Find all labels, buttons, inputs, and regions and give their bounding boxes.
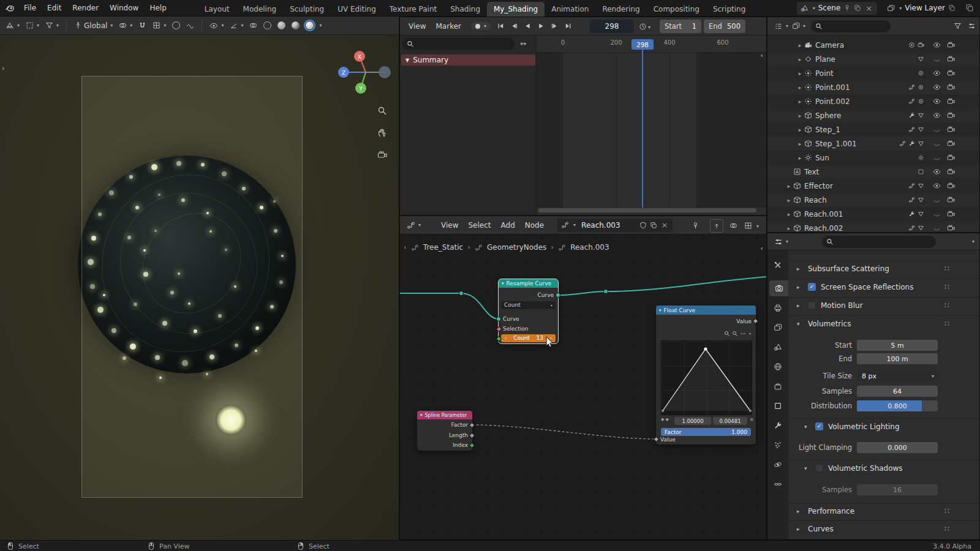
collapse-arrow-icon[interactable]: ▼ — [405, 58, 409, 63]
options-dropdown[interactable]: ▾ — [972, 239, 974, 244]
close-icon[interactable]: × — [864, 4, 873, 13]
tab-scripting[interactable]: Scripting — [706, 2, 752, 17]
shading-rendered-button[interactable] — [304, 21, 315, 29]
eye-icon[interactable] — [933, 140, 941, 148]
eye-icon[interactable] — [933, 111, 941, 119]
eye-icon[interactable] — [933, 196, 941, 204]
sidebar-collapse-arrow[interactable]: ‹ — [761, 51, 763, 59]
curve-point-y-field[interactable]: 0.00481 — [713, 417, 747, 425]
channel-search-input[interactable] — [402, 38, 515, 50]
frame-end-field[interactable]: End500 — [704, 20, 745, 33]
sidebar-collapse-arrow[interactable]: ‹ — [761, 244, 763, 252]
options-icon[interactable] — [740, 331, 746, 337]
render-visibility-icon[interactable] — [947, 41, 955, 49]
pivot-dropdown[interactable]: ▾ — [117, 21, 134, 29]
tab-animation[interactable]: Animation — [545, 2, 595, 17]
auto-keyframe-button[interactable]: ▾ — [471, 22, 491, 30]
eye-icon[interactable] — [933, 210, 941, 218]
panel-motion-blur[interactable]: ▸✓Motion Blur — [788, 297, 979, 313]
socket-curve-input[interactable] — [496, 317, 501, 321]
outliner-row-camera[interactable]: ▸ Camera — [767, 38, 979, 52]
back-arrow-icon[interactable]: ‹ — [404, 243, 407, 252]
node-header[interactable]: ▾ Float Curve — [656, 305, 756, 315]
shading-dropdown[interactable]: ▾ — [319, 23, 322, 28]
outliner-row-reach-002[interactable]: ▸ Reach.002 — [767, 221, 979, 233]
overlays-dropdown[interactable]: ▾ — [228, 21, 245, 29]
tab-compositing[interactable]: Compositing — [647, 2, 706, 17]
drag-grip-icon[interactable] — [944, 526, 950, 531]
copy-icon[interactable] — [948, 4, 956, 12]
panel-volumetric-shadows[interactable]: ▾✓Volumetric Shadows — [788, 460, 979, 476]
delete-point-icon[interactable]: × — [749, 416, 754, 422]
render-visibility-icon[interactable] — [947, 224, 955, 232]
ssr-checkbox[interactable]: ✓ — [808, 283, 816, 291]
menu-help[interactable]: Help — [144, 4, 172, 12]
panel-performance[interactable]: ▸Performance — [788, 503, 979, 519]
light-clamping-field[interactable]: 0.000 — [857, 442, 938, 453]
viewport-3d[interactable]: ▾ ▾ ▾ Global▾ ▾ ▾ ▾ ▾ ▾ › X — [0, 17, 399, 540]
panel-volumetrics[interactable]: ▾Volumetrics — [788, 315, 979, 331]
blender-logo-icon[interactable] — [5, 3, 15, 13]
zoom-in-icon[interactable] — [724, 331, 730, 337]
node-header[interactable]: ▾ Resample Curve — [499, 279, 558, 288]
tab-sculpting[interactable]: Sculpting — [283, 2, 331, 17]
proportional-falloff-dropdown[interactable] — [184, 21, 196, 29]
tab-object[interactable] — [767, 398, 788, 414]
panel-screen-space-reflections[interactable]: ▸✓Screen Space Reflections — [788, 279, 979, 294]
outliner-row-reach-001[interactable]: ▸ Reach.001 — [767, 207, 979, 221]
timeline-menu-view[interactable]: View — [404, 22, 431, 31]
expand-arrow-icon[interactable]: ▸ — [785, 211, 793, 217]
expand-arrow-icon[interactable]: ▸ — [785, 197, 793, 203]
shadow-samples-field[interactable]: 16 — [857, 484, 938, 495]
shading-wireframe-button[interactable] — [262, 21, 273, 29]
curve-point-x-field[interactable]: 1.00000 — [674, 417, 711, 425]
expand-arrow-icon[interactable]: ▸ — [796, 127, 804, 133]
outliner-row-effector[interactable]: ▸ Effector — [767, 179, 979, 193]
expand-arrow-icon[interactable]: ▸ — [796, 99, 804, 105]
editor-type-button[interactable]: ▾ — [772, 22, 790, 31]
drag-grip-icon[interactable] — [944, 266, 950, 271]
node-resample-curve[interactable]: ▾ Resample Curve Curve Count▾ Curve Sele… — [499, 279, 558, 343]
eye-icon[interactable] — [933, 41, 941, 49]
vol-end-field[interactable]: 100 m — [857, 353, 938, 364]
expand-arrow-icon[interactable]: ▸ — [796, 56, 804, 62]
volumetric-lighting-checkbox[interactable]: ✓ — [815, 422, 823, 430]
vol-samples-field[interactable]: 64 — [857, 386, 938, 397]
pan-hand-icon[interactable] — [377, 128, 387, 138]
filter-options-icon[interactable] — [968, 22, 976, 30]
socket-curve-output[interactable] — [556, 293, 560, 298]
tab-particles[interactable] — [767, 437, 788, 453]
outliner-row-point-002[interactable]: ▸ Point.002 — [767, 94, 979, 108]
jump-to-end-button[interactable] — [562, 20, 575, 32]
tab-modeling[interactable]: Modeling — [236, 2, 284, 17]
render-visibility-icon[interactable] — [947, 196, 955, 204]
snap-toggle[interactable] — [137, 21, 148, 29]
handle-type-icons[interactable]: ◆ ◆ — [661, 417, 669, 422]
eye-icon[interactable] — [933, 126, 941, 133]
render-visibility-icon[interactable] — [947, 210, 955, 218]
xray-toggle[interactable] — [247, 21, 259, 29]
eye-icon[interactable] — [933, 154, 941, 162]
panel-curves[interactable]: ▸Curves — [788, 520, 979, 536]
mode-dropdown[interactable]: ▾ — [24, 21, 41, 29]
toolbar-expand-arrow[interactable]: › — [2, 64, 4, 72]
timeline-menu-marker[interactable]: Marker — [431, 22, 466, 31]
tab-rendering[interactable]: Rendering — [595, 2, 646, 17]
render-visibility-icon[interactable] — [947, 154, 955, 162]
tab-world[interactable] — [767, 359, 788, 375]
tab-view-layer[interactable] — [767, 320, 788, 335]
drag-grip-icon[interactable] — [944, 302, 950, 308]
zoom-out-icon[interactable] — [732, 331, 738, 337]
shading-solid-button[interactable] — [276, 21, 287, 29]
pin-icon[interactable] — [843, 4, 851, 12]
eye-icon[interactable] — [933, 182, 941, 190]
tab-output[interactable] — [767, 300, 788, 316]
current-frame-field[interactable]: 298 — [590, 20, 634, 33]
tab-tool[interactable] — [767, 257, 788, 273]
render-visibility-icon[interactable] — [947, 83, 955, 91]
shading-material-button[interactable] — [290, 21, 301, 29]
render-visibility-icon[interactable] — [947, 182, 955, 190]
view-layer-selector[interactable]: ▾ View Layer — [883, 2, 959, 15]
geometry-node-editor[interactable]: ▾ View Select Add Node ▾ Reach.003 × ▾ ‹… — [399, 216, 767, 540]
camera-frame[interactable] — [81, 76, 303, 498]
